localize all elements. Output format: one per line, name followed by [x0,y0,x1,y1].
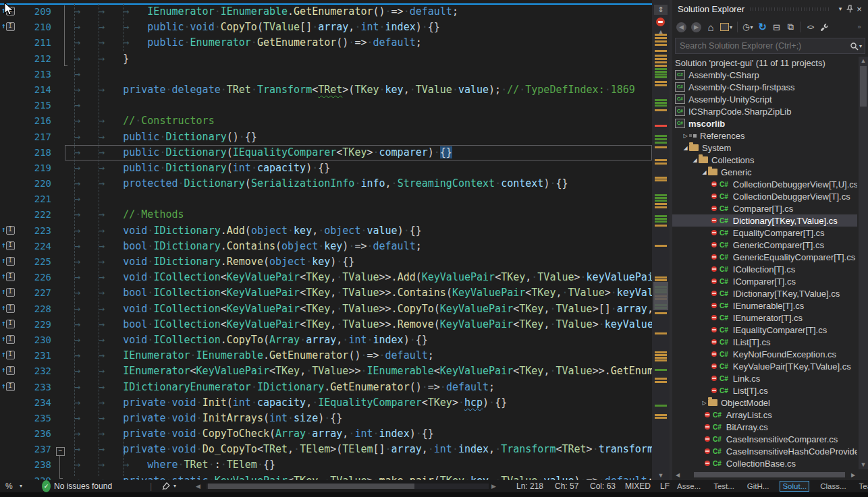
code-line-211[interactable]: 211→→→public·Enumerator·GetEnumerator()·… [0,35,670,51]
tree-item-objectmodel[interactable]: ▷ObjectModel [672,397,857,409]
code-line-223[interactable]: ↑I223→→void·IDictionary.Add(object·key,·… [0,223,670,239]
code-line-239[interactable]: 239→→private·static·KeyValuePair<TKey,·T… [0,473,670,480]
tree-item-assembly-unityscript[interactable]: C#Assembly-UnityScript [672,93,857,105]
expander-collapsed-icon[interactable]: ▷ [701,400,708,406]
override-indicator-icon[interactable]: ↑I [1,334,19,345]
line-ending-indicator[interactable]: LF [660,480,670,492]
tree-item-collectionbase-cs[interactable]: C#CollectionBase.cs [672,457,857,469]
tree-vertical-scrollbar[interactable]: ▲ ▼ [859,57,868,469]
formatting-dropdown-icon[interactable]: ▾ [173,480,176,492]
code-line-238[interactable]: 238→→→where·TRet·:·TElem·{} [0,457,670,473]
tree-item-ilist-t-cs[interactable]: C#IList[T].cs [672,336,857,348]
override-indicator-icon[interactable]: ↑I [1,241,19,252]
search-options-dropdown-icon[interactable]: ▾ [859,43,862,49]
tree-item-system[interactable]: ◢System [672,142,857,154]
code-line-220[interactable]: 220→→protected·Dictionary(SerializationI… [0,176,670,192]
tree-item-dictionary-tkey-tvalue-cs[interactable]: C#Dictionary[TKey,TValue].cs [672,214,857,227]
override-indicator-icon[interactable]: ↑I [1,272,19,283]
tree-scroll-right-icon[interactable]: ▶ [849,472,857,478]
code-line-229[interactable]: ↑I229→→bool·ICollection<KeyValuePair<TKe… [0,317,670,332]
code-line-219[interactable]: 219→→public·Dictionary(int·capacity)·{} [0,160,670,176]
editor-horizontal-scrollbar[interactable] [207,484,489,489]
override-indicator-icon[interactable]: ↑I [1,319,19,330]
zoom-dropdown-icon[interactable]: ▾ [20,480,22,492]
code-line-221[interactable]: 221→ [0,192,670,207]
tree-item-equalitycomparer-t-cs[interactable]: C#EqualityComparer[T].cs [672,227,857,239]
code-editor[interactable]: ↑I209→→→IEnumerator·IEnumerable.GetEnume… [0,0,670,480]
code-line-209[interactable]: ↑I209→→→IEnumerator·IEnumerable.GetEnume… [0,4,670,20]
tool-window-tab-gith[interactable]: GitH... [745,481,771,491]
code-line-225[interactable]: ↑I225→→void·IDictionary.Remove(object·ke… [0,254,670,270]
hscroll-right-icon[interactable]: ▶ [491,480,496,492]
tree-item-references[interactable]: ▷References [672,129,857,142]
code-line-228[interactable]: ↑I228→→void·ICollection<KeyValuePair<TKe… [0,301,670,317]
toolbar-overflow-icon[interactable]: » [855,20,864,34]
code-line-224[interactable]: ↑I224→→bool·IDictionary.Contains(object·… [0,239,670,254]
override-indicator-icon[interactable]: ↑I [1,256,19,267]
close-icon[interactable]: × [855,2,864,16]
code-line-215[interactable]: 215→ [0,98,670,113]
override-indicator-icon[interactable]: ↑I [1,350,19,361]
tree-vertical-scrollbar-thumb[interactable] [860,66,867,107]
tree-horizontal-scrollbar-thumb[interactable] [694,472,845,477]
forward-button[interactable]: ▶ [691,22,701,32]
tree-item-icollection-t-cs[interactable]: C#ICollection[T].cs [672,263,857,275]
search-input[interactable] [678,40,850,51]
tool-window-tab-solut[interactable]: Solut... [780,481,809,492]
tree-item-mscorlib[interactable]: C#mscorlib [672,117,857,129]
line-indicator[interactable]: Ln: 218 [516,480,543,492]
expander-expanded-icon[interactable]: ◢ [701,169,708,175]
tree-item-solution-project-gui-11-of-11-projects[interactable]: Solution 'project-gui' (11 of 11 project… [672,57,857,69]
code-line-227[interactable]: ↑I227→→bool·ICollection<KeyValuePair<TKe… [0,285,670,301]
tree-item-keyvaluepair-tkey-tvalue-cs[interactable]: C#KeyValuePair[TKey,TValue].cs [672,360,857,372]
tree-item-genericcomparer-t-cs[interactable]: C#GenericComparer[T].cs [672,239,857,251]
health-status-label[interactable]: No issues found [54,480,112,492]
hscroll-left-icon[interactable]: ◀ [196,480,200,492]
tree-item-ienumerator-t-cs[interactable]: C#IEnumerator[T].cs [672,312,857,324]
tree-horizontal-scrollbar[interactable]: ◀ ▶ [674,471,857,479]
tool-window-tab-class[interactable]: Class... [818,481,848,491]
code-line-232[interactable]: ↑I232→→IEnumerator<KeyValuePair<TKey,·TV… [0,363,670,379]
tree-item-comparer-t-cs[interactable]: C#Comparer[T].cs [672,202,857,214]
tree-item-iequalitycomparer-t-cs[interactable]: C#IEqualityComparer[T].cs [672,324,857,336]
code-line-213[interactable]: 213→ [0,67,670,82]
override-indicator-icon[interactable]: ↑I [1,225,19,236]
search-icon[interactable] [850,42,859,51]
override-indicator-icon[interactable]: ↑I [1,287,19,298]
tree-scroll-up-icon[interactable]: ▲ [859,57,868,64]
editor-split-handle[interactable]: ⇕ [654,5,668,15]
tree-scroll-down-icon[interactable]: ▼ [859,461,868,468]
code-line-237[interactable]: 237→→private·void·Do_CopyTo<TRet,·TElem>… [0,442,670,457]
code-line-234[interactable]: 234→→private·void·Init(int·capacity,·IEq… [0,395,670,411]
tool-window-tab-asse[interactable]: Asse... [675,481,703,491]
tree-scroll-left-icon[interactable]: ◀ [674,472,682,478]
pending-changes-filter-button[interactable]: ◷▾ [742,20,753,34]
scroll-down-arrow-icon[interactable]: ▼ [652,472,670,479]
tool-window-tab-test[interactable]: Test... [711,481,736,491]
tree-item-keynotfoundexception-cs[interactable]: C#KeyNotFoundException.cs [672,348,857,360]
tree-item-idictionary-tkey-tvalue-cs[interactable]: C#IDictionary[TKey,TValue].cs [672,287,857,299]
tree-item-list-t-cs[interactable]: C#List[T].cs [672,384,857,397]
code-line-216[interactable]: 216→→//·Constructors [0,113,670,129]
tree-item-caseinsensitivecomparer-cs[interactable]: C#CaseInsensitiveComparer.cs [672,433,857,445]
code-line-222[interactable]: 222→→//·Methods [0,207,670,223]
tree-item-arraylist-cs[interactable]: C#ArrayList.cs [672,409,857,421]
code-line-212[interactable]: 212→→} [0,51,670,67]
tree-item-collections[interactable]: ◢Collections [672,154,857,166]
encoding-indicator[interactable]: MIXED [625,480,651,492]
zoom-control[interactable]: % [5,480,13,492]
tree-item-assembly-csharp[interactable]: C#Assembly-CSharp [672,69,857,81]
override-indicator-icon[interactable]: ↑I [1,22,19,32]
tree-item-bitarray-cs[interactable]: C#BitArray.cs [672,421,857,433]
tree-item-caseinsensitivehashcodeprovider-cs[interactable]: C#CaseInsensitiveHashCodeProvider.cs [672,445,857,457]
code-line-233[interactable]: ↑I233→→IDictionaryEnumerator·IDictionary… [0,380,670,395]
char-indicator[interactable]: Ch: 57 [555,480,578,492]
tree-item-genericequalitycomparer-t-cs[interactable]: C#GenericEqualityComparer[T].cs [672,251,857,263]
override-indicator-icon[interactable]: ↑I [1,382,19,392]
sync-with-active-document-button[interactable]: ⧉ [786,20,796,34]
back-button[interactable]: ◀ [676,22,686,32]
solution-explorer-titlebar[interactable]: Solution Explorer ▾ × [672,0,868,18]
pin-icon[interactable] [845,2,855,16]
editor-horizontal-scrollbar-thumb[interactable] [208,484,414,489]
tool-window-tab-tea[interactable]: Tea... [857,481,868,491]
